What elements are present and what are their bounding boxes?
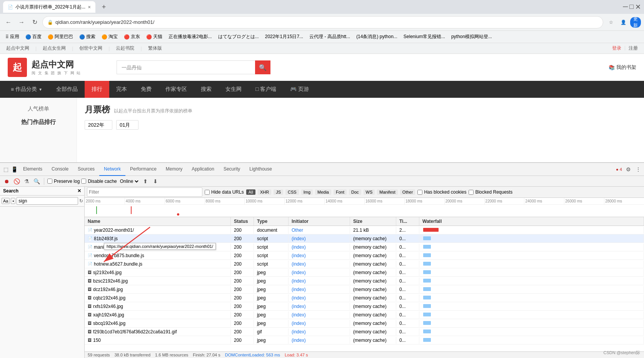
table-row[interactable]: 🖼150 200 jpeg (index) (memory cache) 0..… <box>85 336 644 345</box>
tab-close-button[interactable]: ✕ <box>88 5 91 9</box>
bookmark-jd[interactable]: 🔴京东 <box>122 33 142 41</box>
search-icon[interactable]: 🔍 <box>32 177 41 186</box>
reload-button[interactable]: ↻ <box>29 17 40 28</box>
tab-network[interactable]: Network <box>99 163 125 176</box>
row-initiator[interactable]: (index) <box>289 235 350 242</box>
tab-elements[interactable]: Elements <box>18 163 47 176</box>
nav-client[interactable]: □ 客户端 <box>249 81 283 98</box>
filter-font[interactable]: Font <box>334 189 347 195</box>
bookmark-cloud[interactable]: 云代理 - 高品质htt... <box>307 33 352 41</box>
bookmark-hatena[interactable]: はてなブログとは... <box>216 33 261 41</box>
filter-css[interactable]: CSS <box>285 189 299 195</box>
bookmark-taobao[interactable]: 🟠淘宝 <box>99 33 120 41</box>
site-nav-chuangshi[interactable]: 创世中文网 <box>79 45 102 52</box>
nav-complete[interactable]: 完本 <box>109 81 134 98</box>
year-filter[interactable]: 2022年 <box>85 120 112 130</box>
bookmark-simulate[interactable]: python模拟网站登... <box>449 33 494 41</box>
import-icon[interactable]: ⬆ <box>141 177 150 186</box>
table-row[interactable]: 🖼sbcq192x46.jpg 200 jpeg (index) (memory… <box>85 319 644 328</box>
bookmark-selenium[interactable]: Selenium常见报错... <box>401 33 447 41</box>
row-initiator[interactable]: (index) <box>289 303 350 310</box>
export-icon[interactable]: ⬇ <box>151 177 160 186</box>
bookmark-search[interactable]: 🔵搜索 <box>77 33 98 41</box>
browser-tab[interactable]: 📄 小说月票排行榜单_2022年1月起... ✕ <box>3 1 95 13</box>
devtools-device-toggle[interactable]: 📱 <box>10 165 18 174</box>
row-initiator[interactable]: (index) <box>289 320 350 327</box>
tab-security[interactable]: Security <box>219 163 245 176</box>
filter-img[interactable]: Img <box>301 189 313 195</box>
nav-girl[interactable]: 女生网 <box>219 81 249 98</box>
search-text-input[interactable] <box>17 197 78 205</box>
row-initiator[interactable]: (index) <box>289 294 350 301</box>
bookshelf-button[interactable]: 📚 我的书架 <box>609 64 636 71</box>
login-link[interactable]: 登录 <box>612 45 621 52</box>
tab-console[interactable]: Console <box>47 163 73 176</box>
table-row[interactable]: 🖼sj2192x46.jpg 200 jpeg (index) (memory … <box>85 268 644 277</box>
devtools-more-icon[interactable]: ⋮ <box>634 165 642 174</box>
clear-button[interactable]: 🚫 <box>12 177 21 186</box>
row-initiator[interactable]: (index) <box>289 278 350 284</box>
nav-ranking[interactable]: 排行 <box>85 81 109 98</box>
nav-free[interactable]: 免费 <box>134 81 158 98</box>
filter-js[interactable]: JS <box>274 189 283 195</box>
devtools-settings-icon[interactable]: ⚙ <box>624 165 632 174</box>
throttle-select[interactable]: Online <box>118 178 140 184</box>
hide-data-urls-checkbox[interactable]: Hide data URLs <box>205 189 244 195</box>
table-row[interactable]: 📄year2022-month01/ 200 document Other 21… <box>85 226 644 234</box>
search-refresh-icon[interactable]: ↻ <box>79 197 83 204</box>
table-row[interactable]: 📄81b2493f.js 200 script (index) (memory … <box>85 234 644 243</box>
address-bar[interactable]: 🔒 qidian.com/rank/yuepiao/year2022-month… <box>42 16 603 28</box>
row-initiator[interactable]: (index) <box>289 286 350 293</box>
bookmark-star-icon[interactable]: ☆ <box>606 17 616 28</box>
devtools-element-picker[interactable]: ⬚ <box>2 165 10 174</box>
row-initiator[interactable]: Other <box>289 227 350 234</box>
back-button[interactable]: ← <box>3 17 14 28</box>
minimize-button[interactable]: ─ <box>623 3 628 11</box>
has-blocked-cookies-checkbox[interactable]: Has blocked cookies <box>417 189 466 195</box>
table-row[interactable]: 🖼bzsc2192x46.jpg 200 jpeg (index) (memor… <box>85 277 644 285</box>
row-initiator[interactable]: (index) <box>289 252 350 259</box>
bookmark-venom[interactable]: 正在播放毒液2电影... <box>166 33 214 41</box>
filter-text-input[interactable] <box>89 189 200 195</box>
row-initiator[interactable]: (index) <box>289 244 350 251</box>
bookmark-python[interactable]: (14条消息) python... <box>354 33 400 41</box>
bookmark-tmall[interactable]: 🔴天猫 <box>144 33 165 41</box>
table-row[interactable]: 📄vendors.7b875.bundle.js 200 script (ind… <box>85 251 644 260</box>
site-nav-girl[interactable]: 起点女生网 <box>43 45 66 52</box>
table-row[interactable]: 🖼rxfs192x46.jpg 200 jpeg (index) (memory… <box>85 302 644 311</box>
bookmark-date[interactable]: 2022年1月15日7... <box>263 33 305 41</box>
table-row[interactable]: 🖼dcz192x46.jpg 200 jpeg (index) (memory … <box>85 285 644 294</box>
record-button[interactable]: ⏺ <box>2 177 11 186</box>
table-row[interactable]: 🖼cqbz192x46.jpg 200 jpeg (index) (memory… <box>85 294 644 302</box>
bookmark-baidu[interactable]: 🔵百度 <box>23 33 44 41</box>
tab-sources[interactable]: Sources <box>73 163 99 176</box>
filter-xhr[interactable]: XHR <box>258 189 271 195</box>
tab-application[interactable]: Application <box>187 163 219 176</box>
search-close-button[interactable]: ✕ <box>77 188 81 194</box>
row-initiator[interactable]: (index) <box>289 261 350 268</box>
nav-search[interactable]: 搜索 <box>194 81 219 98</box>
table-row[interactable]: 🖼f293b1cd7eb1f676af36d22c2ca6a191.gif 20… <box>85 328 644 336</box>
bookmark-alibaba[interactable]: 🟠阿里巴巴 <box>45 33 75 41</box>
profile-icon[interactable]: 👤 <box>618 17 629 28</box>
nav-author[interactable]: 作家专区 <box>158 81 194 98</box>
network-requests-table[interactable]: Name Status Type Initiator Size Ti... Wa… <box>85 217 644 351</box>
filter-other[interactable]: Other <box>400 189 415 195</box>
bookmark-apps[interactable]: ⠿ 应用 <box>3 33 22 41</box>
dot-toggle[interactable]: • <box>11 198 15 204</box>
row-initiator[interactable]: (index) <box>289 311 350 318</box>
search-button[interactable]: 🔍 <box>255 60 270 74</box>
row-initiator[interactable]: (index) <box>289 337 350 344</box>
row-initiator[interactable]: (index) <box>289 269 350 276</box>
table-row[interactable]: 📄hotnew.a5627.bundle.js 200 script (inde… <box>85 260 644 268</box>
filter-all[interactable]: All <box>246 189 255 195</box>
nav-all[interactable]: 全部作品 <box>49 81 85 98</box>
nav-game[interactable]: 🎮 页游 <box>283 81 316 98</box>
register-link[interactable]: 注册 <box>629 45 638 52</box>
blocked-requests-checkbox[interactable]: Blocked Requests <box>469 189 512 195</box>
new-tab-button[interactable]: + <box>98 2 109 12</box>
tab-memory[interactable]: Memory <box>161 163 187 176</box>
tab-performance[interactable]: Performance <box>125 163 161 176</box>
close-button[interactable]: ✕ <box>635 3 641 11</box>
preserve-log-checkbox[interactable]: Preserve log <box>47 179 80 184</box>
